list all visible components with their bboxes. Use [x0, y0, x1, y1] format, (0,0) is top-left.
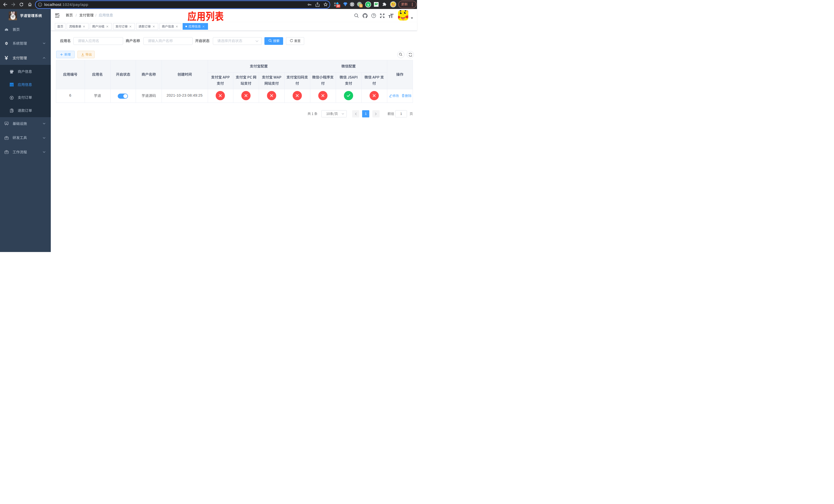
- svg-text:y: y: [367, 3, 369, 6]
